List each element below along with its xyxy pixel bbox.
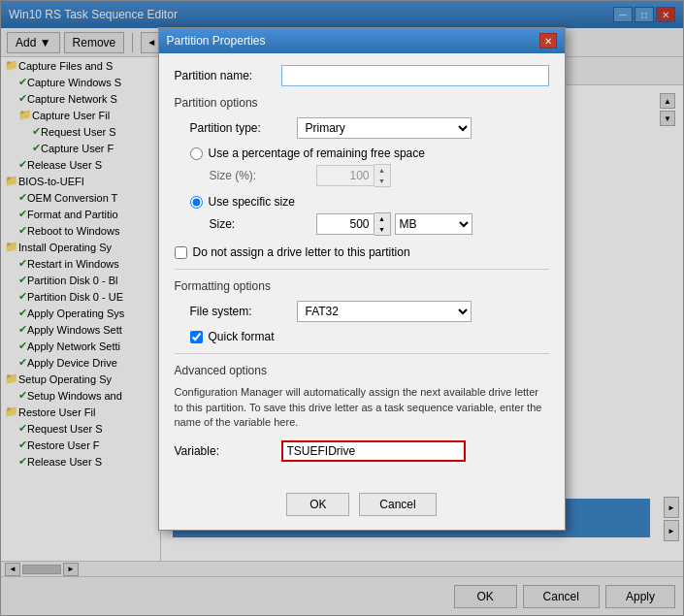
quick-format-row: Quick format <box>190 330 549 343</box>
size-up-btn[interactable]: ▲ <box>375 213 390 224</box>
partition-name-row: Partition name: <box>175 65 549 86</box>
radio-percentage-row: Use a percentage of remaining free space <box>190 146 549 160</box>
size-controls: ▲ ▼ MB GB <box>316 212 472 236</box>
size-unit-select[interactable]: MB GB <box>395 213 472 235</box>
quick-format-checkbox[interactable] <box>190 331 203 343</box>
file-system-label: File system: <box>190 305 297 318</box>
radio-percentage-label: Use a percentage of remaining free space <box>209 146 425 160</box>
size-spinner-buttons: ▲ ▼ <box>375 212 391 236</box>
partition-options-group: Partition options Partition type: Primar… <box>175 96 549 236</box>
size-percent-row: Size (%): ▲ ▼ <box>190 164 549 187</box>
dialog-cancel-button[interactable]: Cancel <box>359 493 436 516</box>
radio-percentage[interactable] <box>190 147 203 160</box>
advanced-info-text: Configuration Manager will automatically… <box>175 385 549 430</box>
advanced-options-group: Advanced options Configuration Manager w… <box>175 364 549 461</box>
no-drive-letter-label: Do not assign a drive letter to this par… <box>193 245 410 259</box>
size-percent-spinner: ▲ ▼ <box>316 164 391 187</box>
radio-specific-row: Use specific size <box>190 195 549 209</box>
partition-type-label: Partition type: <box>190 121 297 135</box>
dialog-body: Partition name: Partition options Partit… <box>159 53 565 482</box>
divider-2 <box>175 353 549 354</box>
size-percent-label: Size (%): <box>210 169 316 182</box>
no-drive-letter-row: Do not assign a drive letter to this par… <box>175 245 549 259</box>
spinner-up-btn: ▲ <box>375 165 390 176</box>
divider-1 <box>175 269 549 270</box>
partition-type-select[interactable]: Primary Extended Logical Hidden <box>297 117 472 139</box>
partition-type-row: Partition type: Primary Extended Logical… <box>190 117 549 139</box>
advanced-options-label: Advanced options <box>175 364 549 377</box>
size-row: Size: ▲ ▼ MB GB <box>190 212 549 236</box>
partition-name-label: Partition name: <box>175 69 281 82</box>
formatting-options-group: Formatting options File system: FAT32 NT… <box>175 279 549 343</box>
formatting-indent: File system: FAT32 NTFS exFAT Quick form… <box>175 301 549 343</box>
no-drive-letter-checkbox[interactable] <box>175 246 187 259</box>
variable-label: Variable: <box>175 444 281 458</box>
radio-specific-label: Use specific size <box>209 195 295 209</box>
dialog-ok-button[interactable]: OK <box>286 493 349 516</box>
spinner-buttons: ▲ ▼ <box>375 164 391 187</box>
radio-specific[interactable] <box>190 196 203 209</box>
file-system-row: File system: FAT32 NTFS exFAT <box>190 301 549 322</box>
formatting-options-label: Formatting options <box>175 279 549 293</box>
size-down-btn[interactable]: ▼ <box>375 224 390 235</box>
modal-overlay: Partition Properties ✕ Partition name: P… <box>0 0 684 616</box>
dialog-close-button[interactable]: ✕ <box>539 33 557 49</box>
variable-row: Variable: <box>175 440 549 462</box>
partition-properties-dialog: Partition Properties ✕ Partition name: P… <box>158 27 566 530</box>
size-percent-input <box>316 165 375 186</box>
file-system-select[interactable]: FAT32 NTFS exFAT <box>297 301 472 322</box>
partition-options-label: Partition options <box>175 96 549 110</box>
size-input[interactable] <box>316 213 375 235</box>
partition-name-input[interactable] <box>281 65 549 86</box>
variable-input[interactable] <box>281 440 466 462</box>
dialog-title-bar: Partition Properties ✕ <box>159 28 565 53</box>
partition-options-indent: Partition type: Primary Extended Logical… <box>175 117 549 236</box>
size-spinner: ▲ ▼ <box>316 212 391 236</box>
dialog-footer: OK Cancel <box>159 483 565 530</box>
dialog-title: Partition Properties <box>167 34 266 48</box>
size-label: Size: <box>210 217 316 231</box>
quick-format-label: Quick format <box>209 330 275 343</box>
spinner-down-btn: ▼ <box>375 176 390 186</box>
